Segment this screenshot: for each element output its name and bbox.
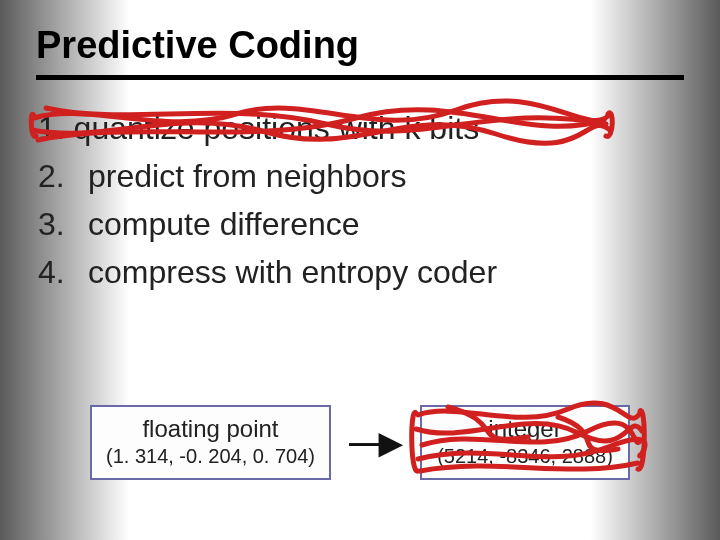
title-rule bbox=[36, 75, 684, 80]
page-title: Predictive Coding bbox=[36, 24, 684, 67]
list-number: 1. bbox=[38, 110, 65, 146]
box-title: floating point bbox=[106, 415, 315, 443]
list-number: 3. bbox=[38, 200, 74, 248]
box-value: (1. 314, -0. 204, 0. 704) bbox=[106, 445, 315, 468]
list-item-3: 3. compute difference bbox=[38, 200, 684, 248]
list-item-2: 2. predict from neighbors bbox=[38, 152, 684, 200]
list-item-1: 1. quantize positions with k bits bbox=[38, 104, 479, 152]
list-number: 4. bbox=[38, 248, 74, 296]
list-item-4: 4. compress with entropy coder bbox=[38, 248, 684, 296]
list-text: compute difference bbox=[88, 200, 360, 248]
list-text: quantize positions with k bits bbox=[74, 110, 480, 146]
box-title: integer bbox=[436, 415, 614, 443]
list-number: 2. bbox=[38, 152, 74, 200]
list-text: predict from neighbors bbox=[88, 152, 406, 200]
arrow-icon: —▶ bbox=[349, 425, 402, 460]
slide: Predictive Coding 1. quantize positions … bbox=[0, 0, 720, 540]
box-value: (5214, -8346, 2888) bbox=[436, 445, 614, 468]
box-integer: integer (5214, -8346, 2888) bbox=[420, 405, 630, 480]
list-text: compress with entropy coder bbox=[88, 248, 497, 296]
numbered-list: 1. quantize positions with k bits 2. pre… bbox=[38, 104, 684, 296]
box-floating-point: floating point (1. 314, -0. 204, 0. 704) bbox=[90, 405, 331, 480]
bottom-row: floating point (1. 314, -0. 204, 0. 704)… bbox=[0, 405, 720, 480]
